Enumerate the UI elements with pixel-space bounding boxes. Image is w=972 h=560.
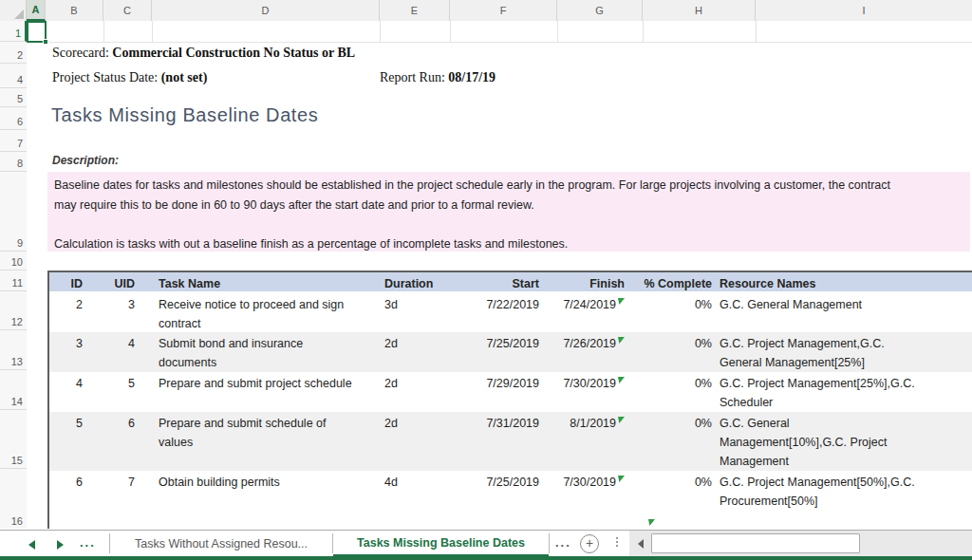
add-sheet-button[interactable]: + [580,534,599,553]
project-status-label: Project Status Date: [52,70,158,84]
row-header-13[interactable]: 13 [0,330,27,370]
gridline [103,21,104,42]
table-row[interactable]: 2 3 Receive notice to proceed and sign c… [49,293,972,332]
row-header-16[interactable]: 16 [0,469,27,529]
col-uid: UID [92,272,144,291]
description-block: Baseline dates for tasks and milestones … [47,172,970,252]
scorecard-value: Commercial Construction No Status or BL [112,46,355,60]
cell-start[interactable]: 7/31/2019 [440,412,545,471]
cell-id[interactable]: 6 [49,471,92,529]
column-header-strip: A B C D E F G H I [0,0,972,21]
fill-handle[interactable] [43,39,48,45]
sheet-list-dots[interactable]: ... [80,531,96,555]
cell-finish[interactable]: 7/30/2019 [545,372,626,412]
cell-task[interactable]: Prepare and submit schedule of values [144,412,377,471]
row-header-4[interactable]: 4 [0,64,27,88]
selected-cell-a1[interactable] [27,21,47,43]
cell-task[interactable]: Receive notice to proceed and sign contr… [144,293,377,332]
cell-resources[interactable]: G.C. Project Management[25%],G.C. Schedu… [716,372,972,412]
row-header-14[interactable]: 14 [0,370,27,410]
select-all-button[interactable] [0,0,27,21]
tab-overflow-dots[interactable]: ... [555,531,571,555]
prev-sheet-arrow-icon[interactable] [28,540,35,550]
bottom-accent-strip [0,556,972,560]
table-row[interactable]: 3 4 Submit bond and insurance documents … [49,332,972,372]
column-header-c[interactable]: C [103,0,152,21]
finish-date: 7/26/2019 [563,337,616,350]
row-header-12[interactable]: 12 [0,291,27,330]
baseline-flag-icon [618,476,625,482]
baseline-flag-icon [618,298,625,305]
cell-resources[interactable]: G.C. General Management[10%],G.C. Projec… [716,412,972,471]
cell-duration[interactable]: 4d [377,471,440,529]
cell-duration[interactable]: 2d [377,372,440,412]
cell-complete[interactable]: 0% [626,372,716,412]
tab-tasks-missing-baseline-dates[interactable]: Tasks Missing Baseline Dates [333,531,549,557]
gridline [756,21,757,42]
cell-uid[interactable]: 6 [92,412,144,471]
gridline [450,21,451,42]
tab-scroll-splitter[interactable] [616,537,618,547]
table-row[interactable]: 4 5 Prepare and submit project schedule … [49,372,972,412]
row-header-7[interactable]: 7 [0,130,27,152]
cell-task[interactable]: Prepare and submit project schedule [144,372,377,412]
cell-finish[interactable]: 7/26/2019 [545,332,626,372]
cell-id[interactable]: 4 [49,372,92,412]
column-header-h[interactable]: H [643,0,756,21]
column-header-e[interactable]: E [380,0,450,21]
gridline [643,21,644,42]
cell-duration[interactable]: 3d [377,293,440,332]
scroll-left-arrow-icon[interactable] [638,539,644,549]
row-header-1[interactable]: 1 [0,21,27,42]
cell-uid[interactable]: 3 [92,293,144,332]
cell-complete[interactable]: 0% [626,293,716,332]
column-header-d[interactable]: D [152,0,380,21]
cell-finish[interactable]: 7/24/2019 [545,293,626,332]
cell-complete[interactable]: 0% [626,412,716,471]
row-header-8[interactable]: 8 [0,152,27,172]
cell-resources[interactable]: G.C. Project Management,G.C. General Man… [716,332,972,372]
cell-finish[interactable]: 8/1/2019 [545,412,626,471]
cell-duration[interactable]: 2d [377,332,440,372]
next-sheet-arrow-icon[interactable] [57,540,64,550]
row-header-6[interactable]: 6 [0,107,27,130]
row-header-15[interactable]: 15 [0,410,27,469]
horizontal-scrollbar-thumb[interactable] [651,533,860,553]
tab-tasks-without-assigned-resources[interactable]: Tasks Without Assigned Resou... [110,531,332,557]
column-header-i[interactable]: I [756,0,972,21]
cell-task[interactable]: Submit bond and insurance documents [144,332,377,372]
cell-start[interactable]: 7/25/2019 [440,332,545,372]
column-header-b[interactable]: B [46,0,103,21]
cell-resources[interactable]: G.C. Project Management[50%],G.C. Procur… [716,471,972,529]
tab-divider [549,533,550,553]
cell-complete[interactable]: 0% [626,471,716,529]
row-header-5[interactable]: 5 [0,88,27,107]
row-header-11[interactable]: 11 [0,271,27,291]
cell-duration[interactable]: 2d [377,412,440,471]
cell-id[interactable]: 5 [49,412,92,471]
cell-start[interactable]: 7/22/2019 [440,293,545,332]
row-header-2[interactable]: 2 [0,42,27,64]
cell-start[interactable]: 7/29/2019 [440,372,545,412]
cell-resources[interactable]: G.C. General Management [716,293,972,332]
cell-uid[interactable]: 4 [92,332,144,372]
description-label: Description: [52,154,119,167]
cell-task[interactable]: Obtain building permits [144,471,377,529]
column-header-g[interactable]: G [557,0,643,21]
column-header-f[interactable]: F [450,0,557,21]
cell-start[interactable]: 7/25/2019 [440,471,545,529]
cell-complete[interactable]: 0% [626,332,716,372]
table-row[interactable]: 5 6 Prepare and submit schedule of value… [49,412,972,471]
row-header-9[interactable]: 9 [0,172,27,252]
cell-id[interactable]: 2 [49,293,92,332]
finish-date: 7/30/2019 [563,476,616,489]
row-header-10[interactable]: 10 [0,252,27,271]
cell-id[interactable]: 3 [49,332,92,372]
column-header-a[interactable]: A [27,0,46,21]
cell-uid[interactable]: 7 [92,471,144,529]
project-status-value: (not set) [161,70,208,84]
table-row[interactable]: 6 7 Obtain building permits 4d 7/25/2019… [49,471,972,529]
cell-uid[interactable]: 5 [92,372,144,412]
gridline [27,42,972,43]
cell-finish[interactable]: 7/30/2019 [545,471,626,529]
